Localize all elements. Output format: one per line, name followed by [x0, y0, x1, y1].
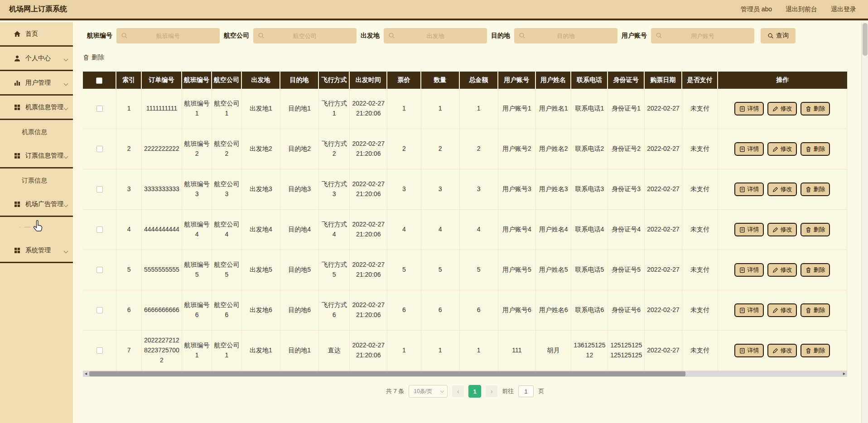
detail-button[interactable]: 详情	[734, 263, 764, 277]
flight-no-input[interactable]	[116, 28, 220, 43]
row-checkbox[interactable]	[96, 307, 103, 313]
sidebar-item-home[interactable]: 首页	[0, 22, 73, 47]
sidebar-subitem-booking-info[interactable]: 订票信息	[0, 168, 73, 192]
table-cell: 目的地2	[280, 129, 319, 169]
table-cell: 2022-02-27	[645, 250, 682, 290]
delete-button[interactable]: 删除	[800, 263, 830, 277]
action-button-label: 详情	[747, 266, 759, 274]
edit-button[interactable]: 修改	[767, 142, 797, 156]
detail-button[interactable]: 详情	[734, 223, 764, 236]
delete-button[interactable]: 删除	[800, 303, 830, 317]
sidebar-item-user-management[interactable]: 用户管理	[0, 71, 73, 96]
cursor-icon	[32, 220, 44, 233]
action-button-label: 修改	[780, 306, 792, 314]
sidebar-item-booking-info-management[interactable]: 订票信息管理	[0, 144, 73, 168]
sidebar-subitem-ticket-info[interactable]: 机票信息	[0, 120, 73, 144]
delete-button[interactable]: 删除	[800, 102, 830, 115]
table-cell: 航空公司2	[212, 129, 242, 169]
search-button-label: 查询	[776, 32, 789, 40]
table-cell: 出发地1	[242, 331, 280, 371]
table-cell: 2022-02-27 21:20:06	[350, 89, 387, 129]
edit-button[interactable]: 修改	[767, 223, 797, 236]
table-row: 7202222721282237257002航班编号1航空公司1出发地1目的地1…	[83, 331, 847, 371]
sidebar-item-personal-center[interactable]: 个人中心	[0, 47, 73, 71]
table-cell: 4	[421, 210, 460, 250]
document-icon	[739, 187, 745, 192]
edit-button[interactable]: 修改	[767, 263, 797, 277]
row-checkbox[interactable]	[96, 186, 103, 192]
edit-button[interactable]: 修改	[767, 183, 797, 196]
filter-label-user-account: 用户账号	[617, 32, 651, 40]
action-button-label: 删除	[813, 145, 825, 153]
table-cell: 联系电话6	[571, 290, 608, 331]
airline-input[interactable]	[253, 28, 357, 43]
prev-page-button[interactable]: ‹	[452, 385, 464, 397]
user-icon	[14, 55, 21, 62]
collapsing-menu-item: · — ·	[0, 217, 73, 239]
table-cell: 飞行方式5	[319, 250, 350, 290]
delete-button[interactable]: 删除	[800, 223, 830, 236]
table-cell: 用户姓名4	[536, 210, 572, 250]
vertical-scrollbar-thumb[interactable]	[863, 23, 868, 56]
table-cell: 3	[460, 169, 498, 210]
table-cell: 2022-02-27 21:20:06	[350, 169, 387, 210]
search-button[interactable]: 查询	[761, 28, 796, 43]
sidebar-item-airport-ad-management[interactable]: 机场广告管理	[0, 192, 73, 217]
user-account-input[interactable]	[651, 28, 754, 43]
detail-button[interactable]: 详情	[734, 303, 764, 317]
delete-button[interactable]: 删除	[800, 142, 830, 156]
next-page-button[interactable]: ›	[486, 385, 497, 397]
delete-button[interactable]: 删除	[800, 183, 830, 196]
action-button-label: 修改	[780, 226, 792, 234]
column-header: 飞行方式	[319, 72, 350, 89]
batch-delete-button[interactable]: 删除	[83, 53, 104, 62]
row-checkbox[interactable]	[96, 347, 103, 354]
grid-icon	[14, 152, 21, 159]
scroll-left-arrow[interactable]: ◄	[83, 371, 89, 377]
delete-button[interactable]: 删除	[800, 344, 830, 357]
table-cell: 2022-02-27 21:20:06	[350, 210, 387, 250]
vertical-scrollbar[interactable]	[861, 22, 868, 423]
row-checkbox[interactable]	[96, 106, 103, 112]
sidebar-item-system-management[interactable]: 系统管理	[0, 239, 73, 263]
main-content: 航班编号 航空公司 出发地 目的地	[73, 22, 859, 423]
departure-input[interactable]	[384, 28, 487, 43]
table-cell: 2022-02-27	[645, 169, 682, 210]
goto-page-input[interactable]	[518, 385, 534, 397]
table-cell: 5555555555	[142, 250, 182, 290]
table-cell: 目的地3	[280, 169, 319, 210]
sidebar-item-ticket-info-management[interactable]: 机票信息管理	[0, 96, 73, 120]
table-cell: 直达	[319, 331, 350, 371]
logout-to-front-link[interactable]: 退出到前台	[786, 5, 817, 14]
select-all-checkbox[interactable]	[96, 77, 102, 84]
table-cell: 目的地4	[280, 210, 319, 250]
edit-button[interactable]: 修改	[767, 344, 797, 357]
horizontal-scrollbar[interactable]: ◄ ►	[83, 371, 847, 377]
table-cell: 用户账号2	[498, 129, 536, 169]
action-button-label: 删除	[813, 185, 825, 193]
page-number-button[interactable]: 1	[468, 385, 481, 398]
delete-button-label: 删除	[92, 53, 104, 62]
bar-chart-icon	[14, 79, 21, 87]
table-cell: 航空公司1	[212, 89, 242, 129]
search-icon	[656, 32, 662, 39]
edit-button[interactable]: 修改	[767, 303, 797, 317]
detail-button[interactable]: 详情	[734, 183, 764, 196]
row-checkbox[interactable]	[96, 146, 103, 152]
destination-input[interactable]	[514, 28, 617, 43]
detail-button[interactable]: 详情	[734, 142, 764, 156]
horizontal-scrollbar-thumb[interactable]	[89, 371, 685, 376]
edit-button[interactable]: 修改	[767, 102, 797, 115]
scroll-right-arrow[interactable]: ►	[841, 371, 847, 377]
page-size-select[interactable]: 10条/页	[409, 385, 448, 398]
table-cell: 6	[116, 290, 141, 331]
table-cell: 身份证号1	[608, 89, 645, 129]
logout-link[interactable]: 退出登录	[831, 5, 856, 14]
row-checkbox[interactable]	[96, 226, 103, 233]
actions-cell: 详情修改删除	[718, 331, 847, 371]
table-cell: 2022-02-27	[645, 210, 682, 250]
row-checkbox[interactable]	[96, 267, 103, 273]
detail-button[interactable]: 详情	[734, 102, 764, 115]
column-header: 购票日期	[645, 72, 682, 89]
detail-button[interactable]: 详情	[734, 344, 764, 357]
